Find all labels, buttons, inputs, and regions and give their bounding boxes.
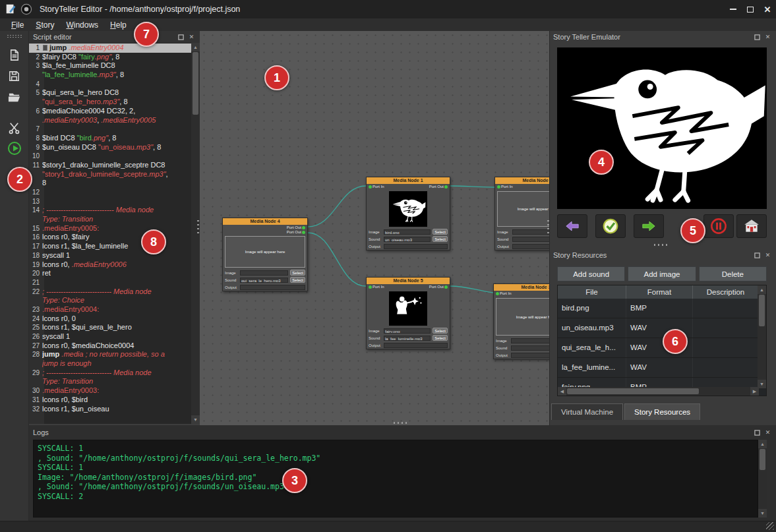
- float-panel-button[interactable]: [753, 429, 761, 437]
- input-port[interactable]: Port In: [495, 291, 512, 296]
- table-row[interactable]: bird.pngBMP: [558, 299, 759, 318]
- scroll-up-arrow[interactable]: ▲: [191, 43, 200, 51]
- tab-virtual-machine[interactable]: Virtual Machine: [551, 403, 623, 420]
- media-node[interactable]: Media Node 1Port InPort OutImagebird.png…: [366, 177, 450, 251]
- close-panel-button[interactable]: ✕: [763, 33, 772, 42]
- field-value[interactable]: fairy.png: [384, 328, 431, 334]
- menu-file[interactable]: File: [5, 20, 30, 30]
- script-editor[interactable]: 1jump .mediaEntry00042$fairy DC8 "fairy.…: [29, 43, 200, 424]
- output-port[interactable]: Port Out: [287, 230, 306, 234]
- scroll-up-arrow[interactable]: ▲: [758, 285, 766, 294]
- scrollbar-thumb[interactable]: [759, 295, 765, 326]
- emulator-next-button[interactable]: [634, 214, 664, 238]
- media-node[interactable]: Media Node 5Port InPort OutImagefairy.pn…: [366, 277, 450, 349]
- field-value[interactable]: [240, 285, 305, 290]
- field-value[interactable]: [512, 237, 549, 242]
- field-value[interactable]: qui_sera_le_hero.mp3: [240, 278, 288, 283]
- close-button[interactable]: ✕: [759, 0, 776, 18]
- select-button[interactable]: Select: [433, 335, 448, 341]
- input-port[interactable]: Port In: [496, 185, 513, 189]
- menu-help[interactable]: Help: [104, 20, 133, 30]
- toolbar-new-file-button[interactable]: [4, 45, 25, 65]
- emulator-previous-button[interactable]: [557, 214, 587, 238]
- output-port[interactable]: Port Out: [429, 185, 448, 189]
- code-row: 32lcons r1, $un_oiseau: [29, 405, 191, 414]
- float-panel-button[interactable]: [753, 251, 761, 260]
- table-vertical-scrollbar[interactable]: ▲ ▼: [758, 285, 766, 388]
- close-panel-button[interactable]: ✕: [187, 33, 196, 42]
- emulator-validate-button[interactable]: [595, 214, 626, 238]
- toolbar-run-button[interactable]: [4, 138, 25, 158]
- close-panel-button[interactable]: ✕: [763, 251, 772, 260]
- emulator-pause-button[interactable]: [703, 214, 734, 238]
- scrollbar-thumb[interactable]: [760, 449, 765, 470]
- field-value[interactable]: un_oiseau.mp3: [384, 237, 431, 242]
- output-port[interactable]: Port Out: [429, 285, 448, 289]
- scrollbar-thumb[interactable]: [193, 52, 198, 115]
- select-button[interactable]: Select: [433, 328, 448, 334]
- scroll-down-arrow[interactable]: ▼: [191, 415, 200, 424]
- select-button[interactable]: Select: [290, 277, 305, 283]
- input-port[interactable]: Port In: [368, 285, 384, 289]
- port-label: Port Out: [429, 185, 444, 189]
- field-value[interactable]: [511, 353, 549, 358]
- media-node[interactable]: Media Node 4Port OutPort OutImage will a…: [222, 218, 308, 291]
- media-node[interactable]: Media Node 3Port InImage will appear her…: [493, 283, 549, 359]
- resources-add-image-button[interactable]: Add image: [628, 266, 696, 281]
- field-value[interactable]: [384, 343, 448, 348]
- media-node[interactable]: Media Node 2Port InImage will appear her…: [494, 177, 549, 251]
- resources-add-sound-button[interactable]: Add sound: [557, 266, 625, 281]
- maximize-button[interactable]: [742, 0, 759, 18]
- output-port[interactable]: Port Out: [287, 225, 306, 229]
- close-panel-button[interactable]: ✕: [763, 429, 772, 437]
- splitter-handle[interactable]: [654, 244, 670, 246]
- splitter-handle[interactable]: [197, 220, 199, 236]
- splitter-handle[interactable]: [394, 422, 409, 424]
- field-value[interactable]: bird.png: [384, 229, 431, 235]
- scroll-left-arrow[interactable]: ◀: [558, 387, 566, 396]
- table-row[interactable]: qui_sera_le_h...WAV: [558, 338, 759, 358]
- field-value[interactable]: [384, 244, 448, 249]
- column-header-format[interactable]: Format: [626, 285, 693, 299]
- tab-story-resources[interactable]: Story Resources: [624, 403, 700, 420]
- scroll-down-arrow[interactable]: ▼: [758, 509, 767, 517]
- table-row[interactable]: la_fee_lumine...WAV: [558, 358, 759, 378]
- field-value[interactable]: [512, 244, 549, 249]
- column-header-file[interactable]: File: [558, 285, 626, 299]
- code-line-text: 8: [42, 179, 191, 188]
- resize-grip[interactable]: [766, 522, 774, 530]
- resources-table[interactable]: FileFormatDescription bird.pngBMPun_oise…: [557, 285, 767, 396]
- input-port[interactable]: Port In: [368, 185, 384, 189]
- logs-content[interactable]: SYSCALL: 1, Sound: "/home/anthony/ostpro…: [33, 440, 758, 517]
- field-value[interactable]: [511, 338, 549, 343]
- toolbar-cut-button[interactable]: [4, 117, 25, 137]
- menu-story[interactable]: Story: [30, 20, 60, 30]
- toolbar-drag-handle[interactable]: [7, 34, 22, 38]
- scroll-right-arrow[interactable]: ▶: [750, 387, 759, 396]
- scrollbar-thumb[interactable]: [567, 388, 699, 394]
- resources-delete-button[interactable]: Delete: [699, 266, 767, 281]
- float-panel-button[interactable]: [177, 33, 185, 42]
- node-canvas[interactable]: Media Node 4Port OutPort OutImage will a…: [200, 31, 549, 427]
- toolbar-save-button[interactable]: [4, 66, 25, 86]
- scroll-up-arrow[interactable]: ▲: [758, 440, 767, 448]
- field-value[interactable]: [511, 345, 549, 351]
- column-header-description[interactable]: Description: [693, 285, 759, 299]
- panel-title: Story Teller Emulator: [553, 33, 751, 41]
- line-number: 24: [29, 314, 42, 324]
- splitter-handle[interactable]: [547, 220, 549, 236]
- logs-scrollbar[interactable]: ▲ ▼: [758, 440, 767, 517]
- table-horizontal-scrollbar[interactable]: ◀ ▶: [558, 387, 759, 396]
- select-button[interactable]: Select: [290, 270, 305, 276]
- table-row[interactable]: un_oiseau.mp3WAV: [558, 318, 759, 338]
- float-panel-button[interactable]: [753, 33, 761, 42]
- field-value[interactable]: [240, 270, 288, 276]
- select-button[interactable]: Select: [433, 229, 448, 235]
- toolbar-open-button[interactable]: [4, 87, 25, 107]
- select-button[interactable]: Select: [433, 236, 448, 242]
- minimize-button[interactable]: [725, 0, 742, 18]
- menu-windows[interactable]: Windows: [60, 20, 104, 30]
- emulator-home-button[interactable]: [736, 214, 767, 238]
- field-value[interactable]: la_fee_luminelle.mp3: [384, 336, 431, 341]
- field-value[interactable]: [512, 229, 549, 235]
